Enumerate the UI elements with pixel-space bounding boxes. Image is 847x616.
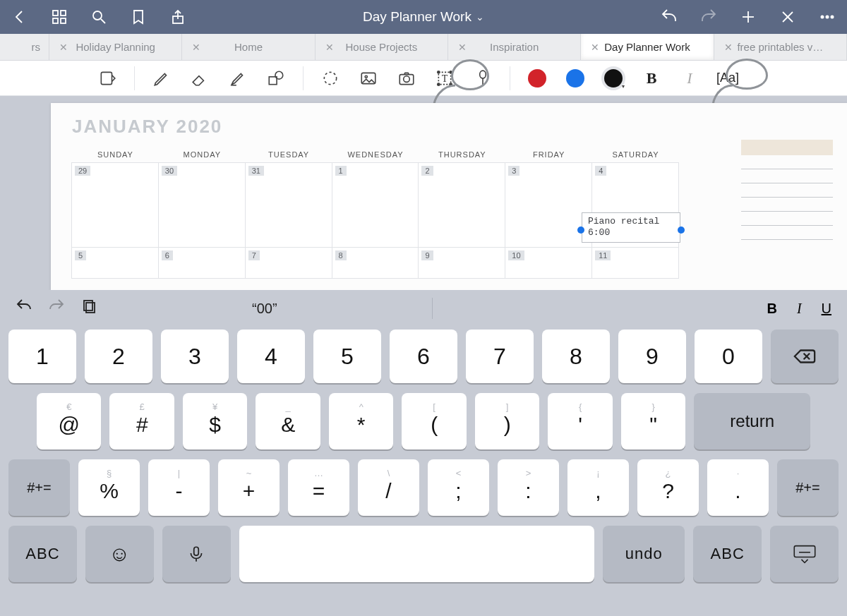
- kb-bold-button[interactable]: B: [767, 301, 776, 317]
- key-at[interactable]: €@: [37, 393, 101, 449]
- lasso-tool-icon[interactable]: [313, 64, 347, 92]
- color-swatch-black[interactable]: ▾: [596, 64, 630, 92]
- kb-clipboard-icon[interactable]: [80, 298, 97, 318]
- key-period[interactable]: ·.: [707, 459, 769, 516]
- key-undo[interactable]: undo: [603, 526, 685, 582]
- eraser-tool-icon[interactable]: [183, 64, 217, 92]
- key-rparen[interactable]: ]): [475, 393, 539, 449]
- key-apos[interactable]: {': [548, 393, 612, 449]
- calendar-cell[interactable]: 1: [332, 162, 419, 248]
- calendar-cell[interactable]: 31: [245, 162, 332, 248]
- grid-icon[interactable]: [45, 3, 73, 31]
- image-tool-icon[interactable]: [352, 64, 385, 92]
- color-swatch-blue[interactable]: [558, 64, 592, 92]
- tab-close-icon[interactable]: ✕: [59, 42, 68, 53]
- key-hash[interactable]: £#: [109, 393, 174, 449]
- back-icon[interactable]: [6, 3, 34, 31]
- italic-button[interactable]: I: [673, 64, 707, 92]
- kb-redo-icon[interactable]: [48, 298, 65, 318]
- shapes-tool-icon[interactable]: [259, 64, 293, 92]
- tab-house[interactable]: ✕House Projects: [316, 34, 448, 60]
- text-style-button[interactable]: [Aa]: [711, 64, 745, 92]
- tab-close-icon[interactable]: ✕: [192, 42, 200, 53]
- key-8[interactable]: 8: [542, 330, 610, 383]
- bookmark-icon[interactable]: [124, 3, 152, 31]
- calendar-cell[interactable]: 2: [418, 162, 505, 248]
- key-hide-keyboard-icon[interactable]: [770, 526, 839, 582]
- key-quote[interactable]: }": [621, 393, 685, 449]
- tab-holiday[interactable]: ✕Holiday Planning: [49, 34, 182, 60]
- tab-planner-active[interactable]: ✕Day Planner Work: [581, 34, 714, 60]
- selection-handle-left[interactable]: [577, 227, 584, 234]
- key-symbols-left[interactable]: #+=: [8, 459, 70, 516]
- search-icon[interactable]: [85, 3, 113, 31]
- calendar-cell[interactable]: 11: [591, 247, 679, 279]
- key-6[interactable]: 6: [390, 330, 457, 383]
- key-7[interactable]: 7: [466, 330, 534, 383]
- key-abc-left[interactable]: ABC: [8, 526, 77, 582]
- read-tool-icon[interactable]: [90, 64, 124, 92]
- key-space[interactable]: [239, 526, 595, 582]
- key-amp[interactable]: _&: [256, 393, 320, 449]
- camera-tool-icon[interactable]: [390, 64, 424, 92]
- calendar-cell[interactable]: 5: [71, 247, 159, 279]
- key-0[interactable]: 0: [695, 330, 762, 383]
- redo-icon[interactable]: [695, 3, 723, 31]
- key-symbols-right[interactable]: #+=: [777, 459, 839, 516]
- calendar-cell[interactable]: 30: [158, 162, 246, 248]
- calendar-cell[interactable]: 10: [505, 247, 592, 279]
- key-percent[interactable]: §%: [78, 459, 140, 516]
- calendar-cell[interactable]: 8: [332, 247, 419, 279]
- tab-inspiration[interactable]: ✕Inspiration: [448, 34, 581, 60]
- kb-undo-icon[interactable]: [16, 298, 32, 318]
- text-selection-box[interactable]: Piano recital 6:00: [582, 212, 680, 243]
- pen-tool-icon[interactable]: [145, 64, 179, 92]
- kb-suggestion[interactable]: “00”: [113, 301, 416, 317]
- key-semicolon[interactable]: <;: [428, 459, 489, 516]
- tab-close-icon[interactable]: ✕: [591, 42, 599, 53]
- color-swatch-red[interactable]: [520, 64, 554, 92]
- key-colon[interactable]: >:: [498, 459, 559, 516]
- highlighter-tool-icon[interactable]: [221, 64, 255, 92]
- key-return[interactable]: return: [694, 393, 810, 449]
- tab-close-icon[interactable]: ✕: [724, 42, 733, 53]
- calendar-cell[interactable]: 9: [418, 247, 505, 279]
- more-icon[interactable]: [813, 3, 841, 31]
- calendar-cell[interactable]: 3: [505, 162, 592, 248]
- key-minus[interactable]: |-: [148, 459, 210, 516]
- key-2[interactable]: 2: [85, 330, 152, 383]
- close-icon[interactable]: [774, 3, 802, 31]
- text-tool-icon[interactable]: T: [428, 64, 462, 92]
- key-5[interactable]: 5: [313, 330, 381, 383]
- calendar-cell[interactable]: 29: [71, 162, 159, 248]
- key-question[interactable]: ¿?: [637, 459, 699, 516]
- key-equal[interactable]: …=: [288, 459, 349, 516]
- key-lparen[interactable]: [(: [402, 393, 466, 449]
- document-viewport[interactable]: JANUARY 2020 SUNDAY MONDAY TUESDAY WEDNE…: [0, 96, 847, 290]
- tab-close-icon[interactable]: ✕: [325, 42, 334, 53]
- key-dollar[interactable]: ¥$: [183, 393, 247, 449]
- key-comma[interactable]: ¡,: [567, 459, 629, 516]
- key-backspace[interactable]: [771, 330, 839, 383]
- key-9[interactable]: 9: [618, 330, 686, 383]
- key-plus[interactable]: ~+: [218, 459, 280, 516]
- key-1[interactable]: 1: [8, 330, 76, 383]
- calendar-cell[interactable]: 6: [158, 247, 246, 279]
- share-icon[interactable]: [164, 3, 192, 31]
- undo-icon[interactable]: [655, 3, 683, 31]
- link-tool-icon[interactable]: [466, 64, 500, 92]
- key-4[interactable]: 4: [237, 330, 305, 383]
- tab-close-icon[interactable]: ✕: [458, 42, 467, 53]
- document-title[interactable]: Day Planner Work ⌄: [192, 9, 655, 25]
- key-star[interactable]: ^*: [329, 393, 393, 449]
- tab-partial[interactable]: rs: [0, 34, 49, 60]
- calendar-cell[interactable]: 7: [245, 247, 332, 279]
- key-slash[interactable]: \/: [358, 459, 419, 516]
- plus-icon[interactable]: [734, 3, 762, 31]
- selection-handle-right[interactable]: [678, 227, 685, 234]
- bold-button[interactable]: B: [635, 64, 668, 92]
- kb-underline-button[interactable]: U: [822, 301, 831, 317]
- tab-home[interactable]: ✕Home: [182, 34, 315, 60]
- key-dictation-icon[interactable]: [162, 526, 231, 582]
- key-abc-right[interactable]: ABC: [693, 526, 762, 582]
